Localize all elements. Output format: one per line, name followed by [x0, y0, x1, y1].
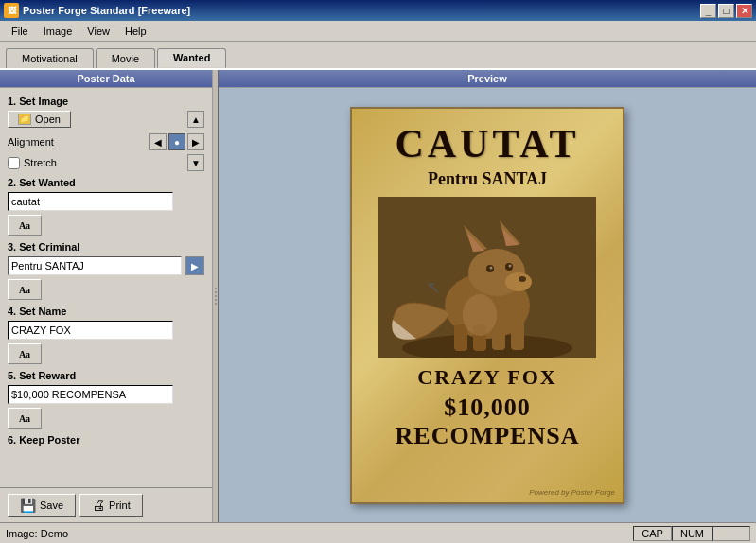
menu-help[interactable]: Help: [117, 24, 154, 39]
reward-text-input[interactable]: [8, 385, 173, 404]
section-set-reward-label: 5. Set Reward: [8, 370, 204, 381]
status-num: NUM: [672, 526, 712, 541]
poster-subtitle: Pentru SANTAJ: [428, 169, 547, 189]
align-left-btn[interactable]: ◀: [149, 133, 167, 150]
title-bar-controls: _ □ ✕: [700, 4, 752, 18]
tab-bar: Motivational Movie Wanted: [0, 42, 756, 68]
menu-image[interactable]: Image: [36, 24, 80, 39]
align-up-btn[interactable]: ▲: [187, 111, 204, 128]
title-bar-text: Poster Forge Standard [Freeware]: [23, 5, 190, 16]
alignment-row: Alignment ◀ ● ▶: [8, 133, 204, 150]
status-badges: CAP NUM: [633, 526, 750, 541]
name-font-button[interactable]: Aa: [8, 343, 42, 364]
criminal-input-row: ▶: [8, 256, 204, 275]
save-icon: 💾: [20, 498, 36, 513]
tab-motivational[interactable]: Motivational: [6, 48, 94, 68]
tab-wanted[interactable]: Wanted: [157, 48, 226, 68]
section-set-image-label: 1. Set Image: [8, 96, 204, 107]
save-button[interactable]: 💾 Save: [8, 494, 76, 517]
print-label: Print: [109, 499, 131, 511]
preview-body: ↖ CAUTAT Pentru SANTAJ: [219, 88, 756, 522]
poster-name: CRAZY FOX: [417, 365, 556, 390]
stretch-checkbox[interactable]: [8, 157, 20, 169]
poster-watermark: Powered by Poster Forge: [529, 488, 615, 497]
print-button[interactable]: 🖨 Print: [79, 494, 143, 517]
section-set-wanted-label: 2. Set Wanted: [8, 177, 204, 188]
wanted-text-input[interactable]: [8, 192, 173, 211]
align-center-btn[interactable]: ●: [168, 133, 185, 150]
minimize-button[interactable]: _: [700, 4, 716, 18]
close-button[interactable]: ✕: [736, 4, 752, 18]
poster-title: CAUTAT: [395, 122, 579, 166]
preview-header: Preview: [219, 70, 756, 88]
menu-view[interactable]: View: [79, 24, 117, 39]
stretch-label: Stretch: [24, 157, 57, 168]
menu-file[interactable]: File: [4, 24, 36, 39]
open-image-button[interactable]: 📁 Open: [8, 111, 71, 128]
wanted-poster: CAUTAT Pentru SANTAJ: [350, 107, 624, 504]
left-panel: Poster Data 1. Set Image 📁 Open ▲ Alignm…: [0, 70, 213, 522]
svg-rect-19: [378, 197, 596, 358]
wanted-font-button[interactable]: Aa: [8, 215, 42, 236]
poster-reward: $10,000 RECOMPENSA: [361, 394, 613, 450]
criminal-font-button[interactable]: Aa: [8, 279, 42, 300]
criminal-text-input[interactable]: [8, 256, 182, 275]
poster-image: [378, 197, 596, 358]
title-bar: 🖼 Poster Forge Standard [Freeware] _ □ ✕: [0, 0, 756, 21]
stretch-arrow-down[interactable]: ▼: [187, 154, 204, 171]
main-content: Poster Data 1. Set Image 📁 Open ▲ Alignm…: [0, 68, 756, 522]
status-cap: CAP: [633, 526, 672, 541]
fox-illustration: [378, 197, 596, 358]
poster-data-header: Poster Data: [0, 70, 212, 88]
status-message: Image: Demo: [6, 528, 633, 539]
maximize-button[interactable]: □: [718, 4, 734, 18]
section-set-name-label: 4. Set Name: [8, 306, 204, 317]
align-right-btn[interactable]: ▶: [187, 133, 204, 150]
bottom-buttons: 💾 Save 🖨 Print: [0, 487, 212, 522]
alignment-label: Alignment: [8, 136, 54, 148]
reward-font-button[interactable]: Aa: [8, 408, 42, 429]
name-text-input[interactable]: [8, 321, 173, 340]
criminal-arrow-btn[interactable]: ▶: [185, 256, 204, 275]
right-panel: Preview ↖ CAUTAT Pentru SANTAJ: [219, 70, 756, 522]
app-icon: 🖼: [4, 3, 19, 18]
status-extra: [712, 526, 750, 541]
section-set-criminal-label: 3. Set Criminal: [8, 241, 204, 253]
folder-icon: 📁: [18, 114, 31, 125]
save-label: Save: [40, 499, 63, 511]
stretch-row: Stretch ▼: [8, 154, 204, 171]
print-icon: 🖨: [92, 498, 105, 513]
status-bar: Image: Demo CAP NUM: [0, 522, 756, 543]
menu-bar: File Image View Help: [0, 21, 756, 42]
section-keep-poster-label: 6. Keep Poster: [8, 434, 204, 446]
tab-movie[interactable]: Movie: [96, 48, 155, 68]
panel-body: 1. Set Image 📁 Open ▲ Alignment ◀ ● ▶: [0, 88, 212, 487]
